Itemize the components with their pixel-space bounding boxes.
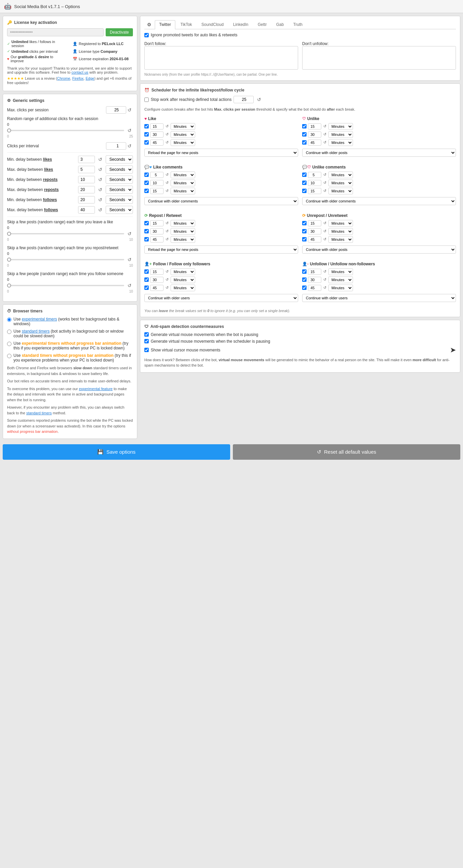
unfollow-timer-1-unit[interactable]: MinutesSeconds [328, 268, 353, 275]
follow-timer-2-unit[interactable]: MinutesSeconds [171, 276, 195, 283]
max-clicks-input[interactable] [106, 106, 126, 114]
like-timer-1-reset[interactable]: ↺ [165, 124, 169, 128]
follow-timer-2-reset[interactable]: ↺ [165, 277, 169, 282]
delay-min-follows-reset[interactable]: ↺ [97, 196, 104, 203]
unlike-comm-timer-1-unit[interactable]: MinutesSeconds [328, 172, 353, 178]
tab-gettr[interactable]: Gettr [253, 20, 271, 29]
follow-timer-3-unit[interactable]: MinutesSeconds [171, 284, 195, 291]
tab-linkedin[interactable]: LinkedIn [229, 20, 253, 29]
skip-likes-reset[interactable]: ↺ [126, 230, 133, 237]
like-comm-timer-1-unit[interactable]: MinutesSeconds [171, 172, 195, 178]
follow-timer-3-check[interactable] [144, 285, 149, 290]
firefox-review-link[interactable]: Firefox [73, 76, 84, 81]
tab-soundcloud[interactable]: SoundCloud [197, 20, 228, 29]
delay-min-likes-unit[interactable]: SecondsMinutes [106, 155, 133, 163]
unrepost-timer-2-val[interactable] [308, 228, 321, 235]
delay-min-reposts-reset[interactable]: ↺ [97, 176, 104, 183]
unlike-comm-timer-3-val[interactable] [308, 188, 321, 194]
unlike-comm-timer-2-val[interactable] [308, 180, 321, 186]
tab-twitter[interactable]: Twitter [155, 20, 175, 29]
like-comments-after-select[interactable]: Continue with older comments Reload for … [144, 197, 298, 205]
follow-timer-3-reset[interactable]: ↺ [165, 285, 169, 290]
unfollow-timer-2-reset[interactable]: ↺ [323, 277, 327, 282]
like-comm-timer-2-unit[interactable]: MinutesSeconds [171, 180, 195, 186]
repost-timer-3-unit[interactable]: MinutesSeconds [171, 236, 195, 243]
stop-work-reset[interactable]: ↺ [256, 96, 262, 103]
deactivate-button[interactable]: Deactivate [106, 28, 133, 36]
edge-review-link[interactable]: Edge [85, 76, 94, 81]
unlike-timer-3-reset[interactable]: ↺ [323, 140, 327, 145]
follow-timer-3-val[interactable] [150, 285, 164, 291]
delay-min-reposts-input[interactable] [78, 176, 95, 183]
antispam-check-1[interactable] [144, 332, 149, 337]
like-timer-2-val[interactable] [150, 131, 164, 137]
random-range-reset[interactable]: ↺ [126, 127, 133, 134]
delay-max-reposts-input[interactable] [78, 186, 95, 193]
clicks-interval-reset[interactable]: ↺ [126, 143, 133, 149]
delay-max-follows-input[interactable] [78, 206, 95, 214]
repost-timer-3-val[interactable] [150, 237, 164, 243]
antispam-check-3[interactable] [144, 348, 149, 352]
unrepost-timer-2-unit[interactable]: MinutesSeconds [328, 228, 353, 235]
unrepost-timer-1-check[interactable] [302, 221, 307, 225]
skip-follows-reset[interactable]: ↺ [126, 282, 133, 289]
unfollow-after-select[interactable]: Continue with older users Reload for new… [302, 294, 456, 302]
exp-timers-link[interactable]: experimental timers [22, 317, 57, 321]
timer-radio-exp[interactable] [7, 317, 11, 322]
unlike-timer-3-val[interactable] [308, 140, 321, 146]
delay-min-follows-unit[interactable]: SecondsMinutes [106, 196, 133, 204]
like-timer-1-check[interactable] [144, 124, 149, 128]
unlike-timer-1-val[interactable] [308, 123, 321, 129]
delay-max-follows-unit[interactable]: SecondsMinutes [106, 206, 133, 214]
unrepost-timer-1-val[interactable] [308, 220, 321, 226]
like-timer-3-reset[interactable]: ↺ [165, 140, 169, 145]
contact-link[interactable]: contact us [71, 70, 88, 74]
chrome-review-link[interactable]: Chrome [57, 76, 70, 81]
like-after-select[interactable]: Reload the page for new posts Continue w… [144, 149, 298, 157]
unfollow-timer-1-val[interactable] [308, 269, 321, 275]
unlike-comm-timer-3-reset[interactable]: ↺ [323, 189, 327, 193]
unfollow-timer-2-unit[interactable]: MinutesSeconds [328, 276, 353, 283]
like-comm-timer-2-reset[interactable]: ↺ [165, 181, 169, 185]
like-comm-timer-3-check[interactable] [144, 189, 149, 193]
stop-work-value[interactable] [233, 96, 254, 103]
delay-min-likes-reset[interactable]: ↺ [97, 156, 104, 163]
unfollow-timer-3-check[interactable] [302, 285, 307, 290]
unfollow-timer-3-val[interactable] [308, 285, 321, 291]
unlike-comm-timer-2-check[interactable] [302, 181, 307, 185]
like-comm-timer-1-reset[interactable]: ↺ [165, 173, 169, 177]
unfollow-timer-1-reset[interactable]: ↺ [323, 269, 327, 274]
license-key-input[interactable] [7, 28, 104, 36]
follow-timer-2-val[interactable] [150, 277, 164, 283]
unfollow-timer-3-unit[interactable]: MinutesSeconds [328, 284, 353, 291]
unlike-comm-timer-3-unit[interactable]: MinutesSeconds [328, 188, 353, 194]
unfollow-timer-2-check[interactable] [302, 277, 307, 282]
std-timers-link[interactable]: standard timers [22, 329, 50, 334]
unfollow-timer-1-check[interactable] [302, 269, 307, 274]
stop-work-checkbox[interactable] [144, 97, 149, 102]
unrepost-timer-3-reset[interactable]: ↺ [323, 237, 327, 242]
unrepost-timer-1-unit[interactable]: MinutesSeconds [328, 220, 353, 227]
unlike-timer-2-reset[interactable]: ↺ [323, 132, 327, 136]
delay-max-follows-reset[interactable]: ↺ [97, 207, 104, 213]
unlike-comments-after-select[interactable]: Continue with older comments Reload for … [302, 197, 456, 205]
unlike-comm-timer-1-val[interactable] [308, 172, 321, 178]
dont-unfollow-textarea[interactable] [302, 46, 456, 70]
unlike-after-select[interactable]: Continue with older posts Reload the pag… [302, 149, 456, 157]
delay-max-likes-input[interactable] [78, 166, 95, 173]
unfollow-timer-3-reset[interactable]: ↺ [323, 285, 327, 290]
unrepost-timer-3-check[interactable] [302, 237, 307, 242]
like-timer-3-val[interactable] [150, 140, 164, 146]
unlike-timer-2-unit[interactable]: MinutesSeconds [328, 131, 353, 138]
timer-radio-exp-no-anim[interactable] [7, 342, 11, 346]
dont-follow-textarea[interactable] [144, 46, 298, 70]
repost-timer-3-check[interactable] [144, 237, 149, 242]
delay-max-likes-unit[interactable]: SecondsMinutes [106, 165, 133, 174]
unlike-comm-timer-2-reset[interactable]: ↺ [323, 181, 327, 185]
timer-radio-std-no-anim[interactable] [7, 354, 11, 358]
delay-max-reposts-unit[interactable]: SecondsMinutes [106, 186, 133, 194]
unlike-comm-timer-1-reset[interactable]: ↺ [323, 173, 327, 177]
unlike-timer-1-unit[interactable]: MinutesSeconds [328, 123, 353, 130]
delay-min-reposts-unit[interactable]: SecondsMinutes [106, 176, 133, 184]
tab-gab[interactable]: Gab [272, 20, 288, 29]
